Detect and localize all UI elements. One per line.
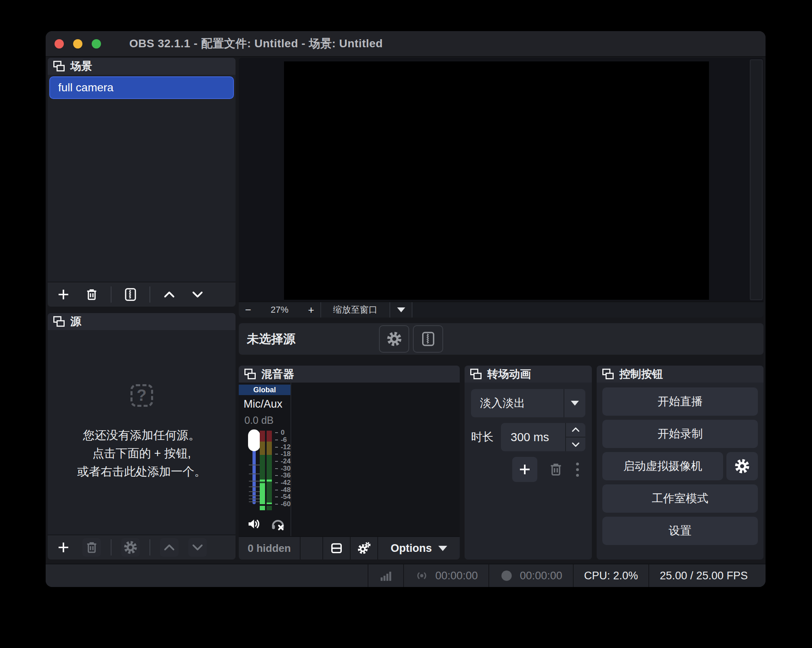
audio-mixer-panel: 混音器 Global Mic/Aux 0.0 dB <box>239 366 460 560</box>
settings-button[interactable]: 设置 <box>602 517 758 545</box>
scenes-panel: 场景 full camera <box>48 58 236 307</box>
preview-vertical-scrollbar[interactable] <box>750 59 763 300</box>
transitions-body: 淡入淡出 时长 300 ms <box>465 383 592 560</box>
fps-status: 25.00 / 25.00 FPS <box>648 564 766 587</box>
fps-label: 25.00 / 25.00 FPS <box>660 570 748 582</box>
sources-toolbar <box>48 534 236 560</box>
mixer-toolbar-slot <box>301 537 322 560</box>
mixer-empty-area <box>291 383 460 536</box>
start-streaming-button[interactable]: 开始直播 <box>602 387 758 416</box>
meter-cap-right <box>267 506 272 510</box>
panel-windows-icon <box>602 368 614 381</box>
transition-menu-button[interactable] <box>574 461 581 478</box>
sources-empty-state[interactable]: ? 您还没有添加任何源。 点击下面的 + 按钮, 或者右击此处添加一个。 <box>48 330 236 534</box>
transition-select-arrow[interactable] <box>564 389 585 417</box>
studio-mode-button[interactable]: 工作室模式 <box>602 484 758 513</box>
duration-spinbox[interactable]: 300 ms <box>501 423 585 451</box>
add-transition-button[interactable] <box>512 457 537 482</box>
start-virtual-camera-button[interactable]: 启动虚拟摄像机 <box>602 452 723 480</box>
zoom-preset-dropdown[interactable] <box>389 302 412 318</box>
meter-bar-left <box>260 431 265 504</box>
volume-slider[interactable] <box>247 431 257 504</box>
zoom-level: 27% <box>257 305 302 315</box>
sources-panel-title: 源 <box>70 314 81 329</box>
mixer-panel-title: 混音器 <box>261 367 294 381</box>
headphones-muted-icon[interactable] <box>270 516 286 532</box>
source-filters-context-button[interactable] <box>413 325 443 353</box>
preview-area: − 27% + 缩放至窗口 <box>239 58 764 318</box>
sources-panel: 源 ? 您还没有添加任何源。 点击下面的 + 按钮, 或者右击此处添加一个。 <box>48 313 236 560</box>
meter-bars <box>260 431 272 511</box>
hidden-count-label: 0 hidden <box>239 542 300 555</box>
add-source-button[interactable] <box>54 538 73 557</box>
scene-filters-button[interactable] <box>121 285 140 304</box>
mixer-body: Global Mic/Aux 0.0 dB <box>239 383 460 536</box>
zoom-button[interactable] <box>92 39 101 48</box>
status-bar: 00:00:00 00:00:00 CPU: 2.0% 25.00 / 25.0… <box>46 564 766 587</box>
add-scene-button[interactable] <box>54 285 73 304</box>
question-box-icon: ? <box>130 384 153 407</box>
duration-value[interactable]: 300 ms <box>501 423 565 451</box>
meter-cap-left <box>260 506 265 510</box>
advanced-audio-button[interactable] <box>351 537 377 560</box>
mixer-db-value: 0.0 dB <box>239 413 290 427</box>
triangle-down-icon <box>397 307 405 312</box>
scene-down-button[interactable] <box>188 285 207 304</box>
remove-scene-button[interactable] <box>82 285 101 304</box>
source-properties-button[interactable] <box>121 538 140 557</box>
sources-panel-header: 源 <box>48 313 236 330</box>
volume-meter: 0 -6 -12 -18 -24 -30 -36 -42 -48 -54 -60 <box>239 431 290 511</box>
obs-window: OBS 32.1.1 - 配置文件: Untitled - 场景: Untitl… <box>46 31 766 587</box>
mixer-device-selector[interactable]: Mic/Aux <box>239 395 290 413</box>
duration-increase-button[interactable] <box>566 423 585 438</box>
controls-panel: 控制按钮 开始直播 开始录制 启动虚拟摄像机 工作室模式 设置 <box>597 366 764 560</box>
virtual-camera-settings-button[interactable] <box>726 452 758 480</box>
minimize-button[interactable] <box>73 39 82 48</box>
scenes-toolbar <box>48 282 236 307</box>
speaker-icon[interactable] <box>246 516 261 532</box>
transitions-panel: 转场动画 淡入淡出 时长 300 ms <box>465 366 592 560</box>
triangle-down-icon <box>438 546 447 551</box>
duration-label: 时长 <box>471 429 496 445</box>
cpu-usage: CPU: 2.0% <box>573 564 649 587</box>
transition-select[interactable]: 淡入淡出 <box>471 389 585 417</box>
meter-scale: 0 -6 -12 -18 -24 -30 -36 -42 -48 -54 -60 <box>275 431 290 504</box>
mixer-options-button[interactable]: Options <box>378 542 460 555</box>
triangle-down-icon <box>571 401 579 406</box>
record-status: 00:00:00 <box>488 564 573 587</box>
source-properties-context-button[interactable] <box>379 325 409 353</box>
controls-panel-title: 控制按钮 <box>619 367 663 381</box>
panel-windows-icon <box>53 60 65 73</box>
chevron-down-icon <box>286 399 286 409</box>
transitions-panel-header: 转场动画 <box>465 366 592 383</box>
record-dot-icon <box>500 569 513 583</box>
duration-decrease-button[interactable] <box>566 438 585 451</box>
mixer-global-tab[interactable]: Global <box>239 385 290 395</box>
scene-list[interactable]: full camera <box>48 75 236 282</box>
source-down-button[interactable] <box>188 538 207 557</box>
zoom-in-button[interactable]: + <box>302 304 320 316</box>
broadcast-icon <box>414 568 429 583</box>
fit-to-window-button[interactable]: 缩放至窗口 <box>320 302 389 318</box>
duration-row: 时长 300 ms <box>471 423 585 451</box>
close-button[interactable] <box>55 39 64 48</box>
scene-item-selected[interactable]: full camera <box>49 76 234 99</box>
preview-horizontal-scrollbar[interactable] <box>412 302 764 318</box>
scene-up-button[interactable] <box>160 285 179 304</box>
mixer-layout-button[interactable] <box>323 537 350 560</box>
empty-state-line: 或者右击此处添加一个。 <box>77 463 206 481</box>
controls-panel-header: 控制按钮 <box>597 366 764 383</box>
no-source-label: 未选择源 <box>247 331 295 347</box>
zoom-out-button[interactable]: − <box>239 304 257 316</box>
toolbar-separator <box>149 539 150 555</box>
empty-state-line: 您还没有添加任何源。 <box>83 426 200 444</box>
start-recording-button[interactable]: 开始录制 <box>602 420 758 448</box>
scenes-panel-header: 场景 <box>48 58 236 75</box>
toolbar-separator <box>111 286 111 303</box>
toolbar-separator <box>149 286 150 303</box>
empty-state-line: 点击下面的 + 按钮, <box>92 444 191 463</box>
source-up-button[interactable] <box>160 538 179 557</box>
remove-source-button[interactable] <box>82 538 101 557</box>
remove-transition-button[interactable] <box>548 461 564 478</box>
volume-slider-handle[interactable] <box>248 429 260 451</box>
